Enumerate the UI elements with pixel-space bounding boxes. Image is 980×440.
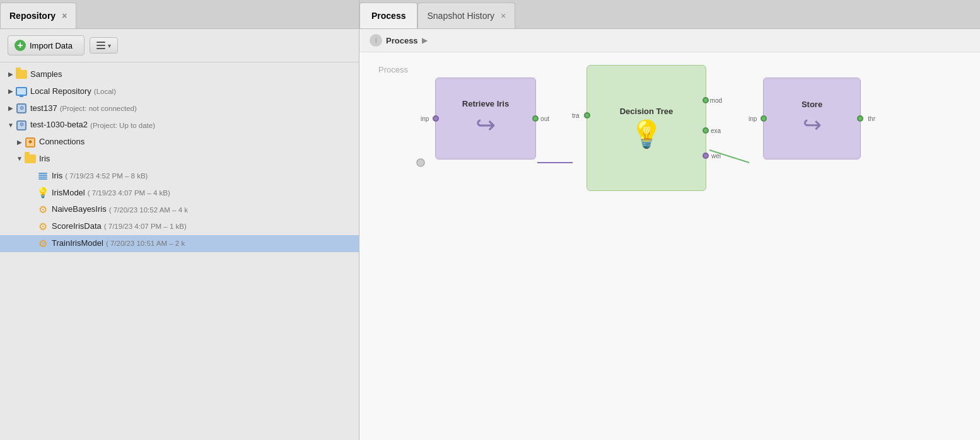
monitor-icon-local (15, 86, 28, 97)
process-canvas: Process Retrieve Iris ↩ out inp Decision… (359, 52, 980, 440)
node-decision-label: Decision Tree (620, 107, 674, 116)
tree-label-local: Local Repository (30, 85, 91, 98)
tree-meta-local: (Local) (94, 86, 116, 97)
tree-item-test1030[interactable]: ⚙ test-1030-beta2 (Project: Up to date) (0, 117, 359, 134)
tree-item-samples[interactable]: Samples (0, 66, 359, 83)
port-label-retrieve-out: out (540, 115, 549, 122)
tree-label-connections: Connections (39, 136, 85, 149)
node-decision-tree[interactable]: Decision Tree 💡 tra mod exa wei (586, 65, 706, 191)
port-decision-exa (703, 127, 709, 134)
tree-item-local-repo[interactable]: Local Repository (Local) (0, 83, 359, 100)
tree-item-iris-model[interactable]: 💡 IrisModel ( 7/19/23 4:07 PM – 4 kB) (0, 185, 359, 202)
port-label-retrieve-inp: inp (421, 115, 429, 122)
tree-meta-score-iris: ( 7/19/23 4:07 PM – 1 kB) (104, 221, 187, 232)
process-tab[interactable]: Process (359, 3, 417, 28)
breadcrumb-bar: i Process ▶ (359, 29, 980, 52)
process-tab-label: Process (371, 11, 405, 21)
tree-item-iris-data[interactable]: Iris ( 7/19/23 4:52 PM – 8 kB) (0, 168, 359, 185)
port-decision-wei (703, 153, 709, 159)
breadcrumb-process-label: Process (386, 36, 418, 45)
tree-meta-iris-data: ( 7/19/23 4:52 PM – 8 kB) (65, 170, 148, 182)
tree-meta-train-iris: ( 7/20/23 10:51 AM – 2 k (106, 238, 185, 249)
port-store-inp (761, 115, 767, 122)
tree-meta-naive-bayes: ( 7/20/23 10:52 AM – 4 k (109, 204, 188, 216)
port-label-store-thr: thr (868, 115, 875, 122)
tree-arrow-test1030 (6, 121, 15, 130)
tree-item-score-iris[interactable]: ⚙ ScoreIrisData ( 7/19/23 4:07 PM – 1 kB… (0, 218, 359, 235)
gear-icon-naive-bayes: ⚙ (37, 204, 49, 216)
repository-tab-close[interactable]: × (62, 11, 67, 20)
repository-tab-label: Repository (9, 11, 55, 21)
port-label-decision-mod: mod (710, 97, 722, 104)
gear-icon-train-iris: ⚙ (37, 238, 49, 249)
port-label-store-inp: inp (749, 115, 757, 122)
tree-label-train-iris: TrainIrisModel (52, 237, 103, 250)
tree-arrow-iris (15, 154, 24, 163)
port-retrieve-inp (433, 115, 439, 122)
tree-item-test137[interactable]: ⚙ test137 (Project: not connected) (0, 100, 359, 117)
tree-item-naive-bayes[interactable]: ⚙ NaiveBayesIris ( 7/20/23 10:52 AM – 4 … (0, 201, 359, 218)
plus-icon: + (15, 40, 26, 51)
connected-icon-test1030: ⚙ (15, 120, 28, 131)
left-toolbar: + Import Data ▾ (0, 29, 359, 62)
tree-label-naive-bayes: NaiveBayesIris (52, 203, 107, 216)
data-icon-iris (37, 170, 49, 182)
tree-item-iris-folder[interactable]: Iris (0, 151, 359, 168)
decision-icon: 💡 (630, 119, 663, 149)
retrieve-icon: ↩ (475, 111, 496, 139)
breadcrumb-process-icon: i (370, 34, 382, 47)
left-panel: Repository × + Import Data ▾ Samples (0, 0, 359, 440)
connections-icon: ◆ (24, 137, 37, 148)
folder-icon-samples (15, 69, 28, 80)
port-decision-mod (703, 97, 709, 103)
repository-tree: Samples Local Repository (Local) ⚙ test1… (0, 62, 359, 440)
node-store-label: Store (802, 100, 822, 109)
tree-arrow-local (6, 87, 15, 96)
connected-icon-test137: ⚙ (15, 103, 28, 114)
tree-arrow-connections (15, 138, 24, 147)
port-retrieve-out (532, 115, 539, 122)
gear-icon-score-iris: ⚙ (37, 221, 49, 233)
tree-label-iris-folder: Iris (39, 153, 50, 166)
tree-label-samples: Samples (30, 68, 62, 81)
tree-label-iris-data: Iris (52, 170, 62, 183)
port-label-decision-wei: wei (711, 152, 721, 159)
port-label-decision-tra: tra (572, 112, 580, 119)
tree-item-connections[interactable]: ◆ Connections (0, 134, 359, 151)
tree-label-iris-model: IrisModel (52, 187, 85, 200)
menu-button[interactable]: ▾ (90, 37, 118, 54)
chevron-down-icon: ▾ (108, 42, 111, 49)
repository-tab[interactable]: Repository × (0, 3, 76, 28)
snapshot-tab[interactable]: Snapshot History × (417, 3, 515, 28)
tree-label-score-iris: ScoreIrisData (52, 220, 102, 233)
snapshot-tab-close[interactable]: × (501, 11, 506, 20)
bulb-icon-iris-model: 💡 (37, 187, 49, 199)
tree-meta-test137: (Project: not connected) (60, 103, 137, 114)
svg-point-0 (417, 159, 424, 166)
snapshot-tab-label: Snapshot History (427, 11, 494, 21)
node-retrieve-label: Retrieve Iris (462, 99, 509, 108)
node-retrieve-iris[interactable]: Retrieve Iris ↩ out inp (435, 78, 536, 159)
port-label-decision-exa: exa (711, 127, 721, 134)
folder-icon-iris (24, 153, 37, 165)
tree-arrow-test137 (6, 104, 15, 113)
store-icon: ↩ (803, 112, 822, 138)
tree-item-train-iris[interactable]: ⚙ TrainIrisModel ( 7/20/23 10:51 AM – 2 … (0, 235, 359, 252)
right-tab-bar: Process Snapshot History × (359, 0, 980, 29)
tree-meta-iris-model: ( 7/19/23 4:07 PM – 4 kB) (88, 187, 170, 199)
process-section-label: Process (378, 65, 408, 74)
hamburger-icon (96, 42, 105, 49)
breadcrumb-arrow: ▶ (422, 36, 428, 45)
tree-label-test137: test137 (30, 102, 57, 115)
import-data-label: Import Data (30, 41, 73, 50)
port-decision-tra (584, 112, 590, 119)
port-store-thr (857, 115, 863, 122)
import-data-button[interactable]: + Import Data (8, 35, 85, 55)
right-panel: Process Snapshot History × i Process ▶ P… (359, 0, 980, 440)
tree-meta-test1030: (Project: Up to date) (90, 120, 155, 131)
breadcrumb-icon-text: i (375, 37, 376, 44)
tree-arrow-samples (6, 70, 15, 79)
node-store[interactable]: Store ↩ inp thr (763, 78, 861, 159)
tree-label-test1030: test-1030-beta2 (30, 119, 88, 132)
left-tab-bar: Repository × (0, 0, 359, 29)
